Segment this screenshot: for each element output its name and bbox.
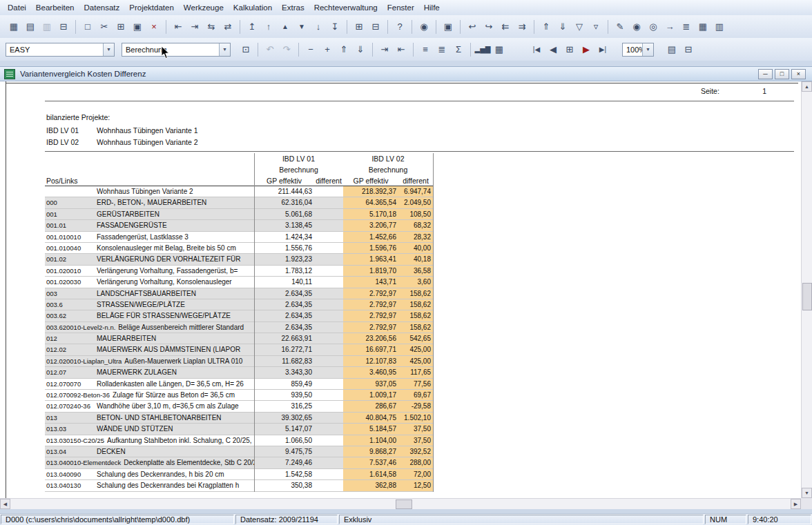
restore-button[interactable]: □	[775, 69, 789, 79]
page-setup-icon[interactable]: ▤	[664, 42, 680, 57]
menu-item[interactable]: Extras	[277, 1, 309, 14]
stack-icon[interactable]: ≣	[678, 19, 695, 34]
indent-icon[interactable]: ⇥	[376, 42, 393, 57]
insert-level-icon[interactable]: ⇤	[170, 19, 186, 34]
calculate-icon[interactable]: ⊞	[351, 19, 367, 34]
filter-remove-icon[interactable]: ▿	[588, 19, 604, 34]
cell-different-lv02: 542,65	[398, 333, 433, 344]
expand-icon[interactable]: ▼	[293, 19, 310, 34]
cell-different-lv01	[314, 277, 343, 287]
new-document-icon[interactable]: □	[79, 19, 96, 34]
vertical-scroll-thumb[interactable]	[802, 283, 812, 310]
delete-icon[interactable]: ×	[146, 19, 162, 34]
scroll-right-icon[interactable]: ▶	[791, 499, 801, 509]
export-record-icon[interactable]: →	[661, 19, 678, 34]
cell-gp-effektiv-lv01: 39.302,65	[254, 413, 314, 423]
chevron-down-icon[interactable]: ▼	[219, 43, 230, 56]
undo-icon[interactable]: ↶	[262, 42, 278, 57]
form-view-icon[interactable]: ▤	[22, 19, 39, 34]
collapse-icon[interactable]: ▲	[277, 19, 293, 34]
menu-item[interactable]: Rechteverwaltung	[309, 1, 383, 14]
paste-icon[interactable]: ▣	[129, 19, 146, 34]
move-last-icon[interactable]: ↧	[327, 19, 343, 34]
table-row: 012.070092-Beton-36 Zulage für Stürze au…	[45, 390, 433, 401]
remove-position-icon[interactable]: −	[302, 42, 319, 57]
columns-icon[interactable]: ▥	[711, 19, 728, 34]
horizontal-scroll-thumb[interactable]	[396, 499, 412, 509]
vertical-scrollbar[interactable]: ▲ ▼	[801, 81, 812, 498]
append-level-icon[interactable]: ⇥	[186, 19, 203, 34]
append-sublevel-icon[interactable]: ⇄	[220, 19, 236, 34]
print-report-icon[interactable]: ⊟	[680, 42, 697, 57]
pivot-grid-icon[interactable]: ▦	[491, 42, 508, 57]
move-first-icon[interactable]: ↥	[244, 19, 260, 34]
search-icon[interactable]: ◉	[416, 19, 432, 34]
minimize-button[interactable]: ─	[758, 69, 773, 79]
shift-down-icon[interactable]: ⇓	[352, 42, 369, 57]
edit-record-icon[interactable]: ✎	[612, 19, 628, 34]
shift-up-icon[interactable]: ⇑	[336, 42, 352, 57]
print-data-icon[interactable]: ⊟	[55, 19, 72, 34]
prev-page-icon[interactable]: ◀	[545, 42, 561, 57]
filter-icon[interactable]: ▽	[571, 19, 588, 34]
close-button[interactable]: ×	[791, 69, 806, 79]
zoom-combobox[interactable]: 100% ▼	[622, 43, 654, 57]
menu-item[interactable]: Fenster	[383, 1, 419, 14]
horizontal-scrollbar[interactable]: ◀ ▶	[0, 498, 801, 509]
move-up-icon[interactable]: ↑	[260, 19, 277, 34]
cell-different-lv02: 37,50	[398, 424, 433, 434]
chevron-down-icon[interactable]: ▼	[642, 43, 653, 56]
insert-sublevel-icon[interactable]: ⇆	[203, 19, 220, 34]
easy-combobox[interactable]: EASY ▼	[6, 43, 115, 57]
cell-different-lv01	[314, 220, 343, 230]
copy-icon[interactable]: ⊞	[113, 19, 129, 34]
outline-icon[interactable]: ≣	[434, 42, 450, 57]
table-view-icon[interactable]: ▦	[6, 19, 22, 34]
scroll-left-icon[interactable]: ◀	[0, 499, 10, 509]
print-icon[interactable]: ⊟	[367, 19, 384, 34]
menu-item[interactable]: Bearbeiten	[31, 1, 79, 14]
calc-label-lv01: Berechnung	[254, 166, 343, 174]
copy-page-icon[interactable]: ⊞	[561, 42, 578, 57]
chart-icon[interactable]: ▂▅▇	[474, 42, 491, 57]
menu-item[interactable]: Datensatz	[79, 1, 124, 14]
zoom-record-icon[interactable]: ◉	[628, 19, 645, 34]
datasheet-view-icon[interactable]: ▥	[39, 19, 55, 34]
cell-gp-effektiv-lv01: 316,25	[254, 401, 314, 411]
sort-desc-icon[interactable]: ⇓	[554, 19, 571, 34]
cell-different-lv01	[314, 356, 343, 366]
view-combobox[interactable]: Berechnung ▼	[122, 43, 231, 57]
scroll-up-icon[interactable]: ▲	[802, 81, 812, 92]
grid-icon[interactable]: ▦	[695, 19, 711, 34]
redo-icon[interactable]: ↷	[278, 42, 295, 57]
menu-item[interactable]: Werkzeuge	[179, 1, 229, 14]
sort-asc-icon[interactable]: ⇑	[538, 19, 554, 34]
scroll-down-icon[interactable]: ▼	[802, 488, 812, 498]
window-grid-icon[interactable]: ▣	[440, 19, 456, 34]
chevron-down-icon[interactable]: ▼	[103, 43, 114, 56]
transfer-right-icon[interactable]: ⇉	[514, 19, 530, 34]
insert-position-icon[interactable]: +	[319, 42, 336, 57]
list-icon[interactable]: ≡	[417, 42, 434, 57]
help-icon[interactable]: ?	[392, 19, 408, 34]
move-down-icon[interactable]: ↓	[310, 19, 327, 34]
last-page-icon[interactable]: ▶|	[594, 42, 611, 57]
refresh-icon[interactable]: ⊡	[238, 42, 254, 57]
import-icon[interactable]: ↩	[464, 19, 481, 34]
export-icon[interactable]: ↪	[481, 19, 497, 34]
menu-item[interactable]: Projektdaten	[124, 1, 179, 14]
menu-item[interactable]: Hilfe	[419, 1, 445, 14]
sum-icon[interactable]: Σ	[450, 42, 467, 57]
menu-item[interactable]: Kalkulation	[229, 1, 277, 14]
document-titlebar: Variantenvergleich Kosten Differenz ─ □ …	[0, 66, 812, 81]
first-page-icon[interactable]: |◀	[528, 42, 545, 57]
find-record-icon[interactable]: ◎	[645, 19, 661, 34]
cell-different-lv01	[314, 254, 343, 264]
next-page-icon[interactable]: ▶	[578, 42, 594, 57]
menu-item[interactable]: Datei	[3, 1, 31, 14]
cut-icon[interactable]: ✂	[96, 19, 113, 34]
outdent-icon[interactable]: ⇤	[393, 42, 409, 57]
cell-different-lv01	[314, 322, 343, 333]
transfer-left-icon[interactable]: ⇇	[497, 19, 514, 34]
table-row: 003.62 BELÄGE FÜR STRASSEN/WEGE/PLÄTZE 2…	[45, 310, 433, 321]
